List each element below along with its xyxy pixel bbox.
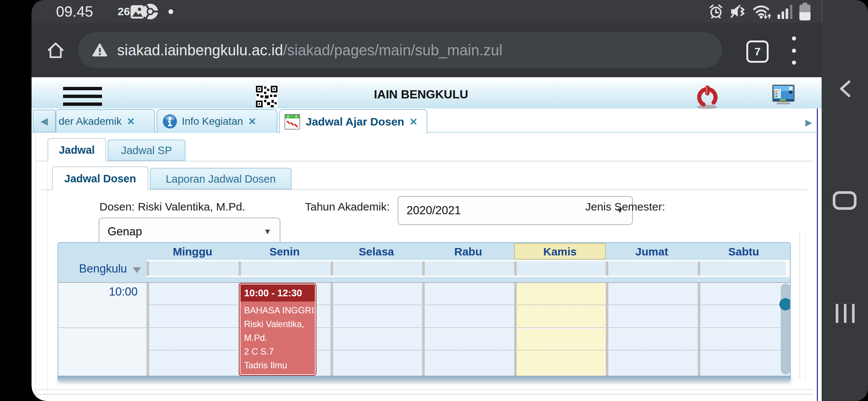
battery-icon [799,3,811,20]
location-strip-row [147,260,790,277]
tab-scroll-left-button[interactable]: ◀ [33,110,56,133]
panel-border [799,233,800,379]
day-header-kamis-highlighted: Kamis [514,243,606,260]
tab-divider [36,161,812,162]
tab-divider [41,189,807,190]
column-separator [698,283,700,376]
desktop-icon[interactable] [772,84,795,106]
wifi-icon [753,3,771,20]
chevron-down-icon: ▼ [263,227,272,237]
day-header-selasa: Selasa [331,244,422,260]
tab-switcher-button[interactable]: 7 [746,40,769,63]
panel-bottom-line [34,389,813,390]
info-icon [162,114,177,129]
navbar-separator [822,0,822,23]
browser-home-icon[interactable] [46,40,66,60]
close-icon[interactable]: ✕ [127,116,135,127]
tahun-akademik-value: 2020/2021 [407,204,616,217]
nav-home-icon[interactable] [833,191,857,210]
url-host: siakad.iainbengkulu.ac.id [117,42,283,58]
clock-text: 09.45 [56,3,93,20]
schedule-table: Minggu Senin Selasa Rabu Kamis Jumat Sab… [57,242,791,376]
close-icon[interactable]: ✕ [248,116,256,127]
not-secure-warning-icon [92,43,108,57]
panel-border [805,233,806,379]
scrollbar-knob[interactable] [779,298,791,310]
column-separator [514,283,517,376]
column-separator [331,283,333,376]
location-label: Bengkulu [79,262,127,276]
jenis-semester-label: Jenis Semester: [585,200,665,213]
day-header-rabu: Rabu [422,244,514,260]
tab-scroll-right-button[interactable]: ▶ [800,114,817,131]
tab-label: Info Kegiatan [182,115,243,127]
day-header-sabtu: Sabtu [698,244,790,260]
dosen-label: Dosen: Riski Valentika, M.Pd. [99,200,245,213]
window-right-border [817,92,818,401]
calendar-icon [284,113,301,131]
column-separator [147,283,149,376]
tab-jadwal[interactable]: Jadwal [47,138,106,162]
location-selector[interactable]: Bengkulu [79,262,141,276]
highlighted-day-column [517,283,606,376]
nav-recents-icon[interactable] [836,304,855,323]
status-bar: 09.45 26° [32,0,822,23]
site-header: IAIN BENGKULU [32,79,822,108]
url-text: siakad.iainbengkulu.ac.id/siakad/pages/m… [117,42,502,59]
jenis-semester-select[interactable]: Genap ▼ [99,218,280,246]
table-bottom-scrollbar[interactable] [57,376,791,381]
url-path: /siakad/pages/main/sub_main.zul [283,42,502,58]
mute-vibrate-icon [730,4,746,19]
notification-dot [168,9,173,14]
schedule-event-card[interactable]: 10:00 - 12:30 BAHASA INGGRIS Riski Valen… [240,284,316,375]
day-header-minggu: Minggu [147,244,239,260]
event-course: BAHASA INGGRIS [240,303,315,317]
android-navigation-bar [822,0,868,401]
url-bar[interactable]: siakad.iainbengkulu.ac.id/siakad/pages/m… [78,32,722,68]
gallery-notification-icon [129,4,145,20]
dropdown-arrow-icon [133,267,141,273]
event-time: 10:00 - 12:30 [240,284,315,301]
alarm-icon [708,4,724,19]
tab-label: der Akademik [59,115,122,127]
tab-label: Jadwal Ajar Dosen [306,115,404,128]
jenis-semester-value: Genap [108,225,263,238]
webpage: IAIN BENGKULU [32,77,822,401]
tab-jadwal-sp[interactable]: Jadwal SP [108,140,185,161]
window-tab-jadwal-ajar-dosen[interactable]: Jadwal Ajar Dosen ✕ [279,109,427,134]
window-tab-kalender-akademik[interactable]: der Akademik ✕ [56,109,155,133]
close-icon[interactable]: ✕ [410,116,418,128]
panel-border [47,164,48,397]
status-icons [708,3,811,20]
day-header-jumat: Jumat [606,244,698,260]
table-vertical-scrollbar[interactable] [781,284,790,374]
logout-power-icon[interactable] [694,85,722,110]
event-program-line1: Tadris Ilmu [240,358,315,372]
time-row-label: 10:00 [58,285,138,299]
tab-laporan-jadwal-dosen[interactable]: Laporan Jadwal Dosen [150,168,292,189]
signal-strength-icon [777,3,793,20]
panel-border [35,133,36,397]
screen-corner [32,386,46,401]
panel-bottom-line [34,394,813,395]
event-lecturer-line2: M.Pd. [240,331,315,345]
phone-screen: 09.45 26° [0,0,868,401]
tahun-akademik-label: Tahun Akademik: [305,200,389,213]
browser-toolbar: siakad.iainbengkulu.ac.id/siakad/pages/m… [32,23,822,77]
column-separator [422,283,425,376]
window-tab-info-kegiatan[interactable]: Info Kegiatan ✕ [157,109,277,133]
column-separator [606,283,608,376]
browser-menu-button[interactable] [790,36,798,65]
day-header-senin: Senin [239,244,331,260]
event-program-line2: Pengetahuan Sosial [240,372,315,375]
tab-jadwal-dosen[interactable]: Jadwal Dosen [52,166,148,190]
event-class: 2 C S.7 [240,345,315,358]
event-lecturer-line1: Riski Valentika, [240,317,315,331]
nav-back-icon[interactable] [838,80,852,98]
